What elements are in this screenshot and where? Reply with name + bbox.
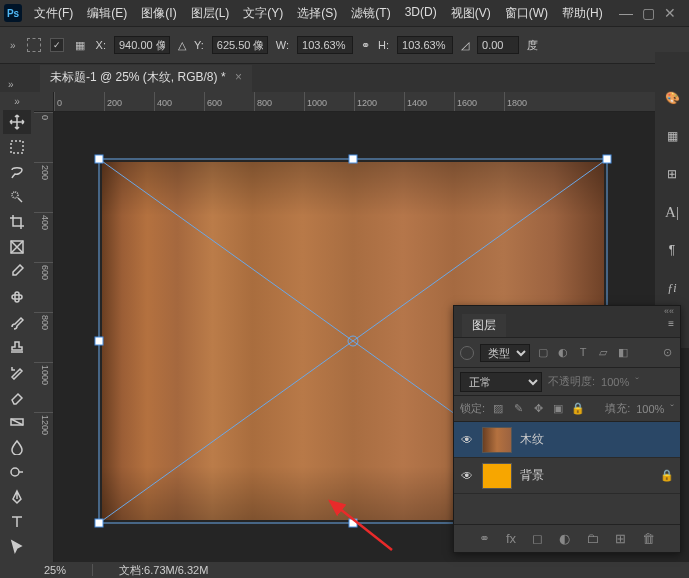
- h-label: H:: [378, 39, 389, 51]
- pen-tool[interactable]: [3, 485, 31, 509]
- eraser-tool[interactable]: [3, 385, 31, 409]
- filter-type-icon[interactable]: T: [576, 346, 590, 360]
- constrain-checkbox[interactable]: ✓: [50, 38, 64, 52]
- lock-artboard-icon[interactable]: ▣: [551, 402, 565, 415]
- layer-thumbnail[interactable]: [482, 427, 512, 453]
- menu-help[interactable]: 帮助(H): [556, 2, 609, 25]
- eyedropper-tool[interactable]: [3, 260, 31, 284]
- healing-tool[interactable]: [3, 285, 31, 309]
- close-icon[interactable]: ✕: [663, 5, 677, 21]
- link-icon[interactable]: ⚭: [361, 39, 370, 52]
- blur-tool[interactable]: [3, 435, 31, 459]
- menu-3d[interactable]: 3D(D): [399, 2, 443, 25]
- layer-style-icon[interactable]: fx: [506, 531, 516, 546]
- quick-select-tool[interactable]: [3, 185, 31, 209]
- lock-icon[interactable]: 🔒: [660, 469, 674, 482]
- history-brush-tool[interactable]: [3, 360, 31, 384]
- filter-shape-icon[interactable]: ▱: [596, 346, 610, 360]
- filter-toggle-icon[interactable]: ⊙: [660, 346, 674, 360]
- filter-search-icon[interactable]: [460, 346, 474, 360]
- transform-anchor-icon[interactable]: [26, 37, 42, 53]
- lasso-tool[interactable]: [3, 160, 31, 184]
- adjustment-layer-icon[interactable]: ◐: [559, 531, 570, 546]
- frame-tool[interactable]: [3, 235, 31, 259]
- angle-input[interactable]: [477, 36, 519, 54]
- reference-point-icon[interactable]: ▦: [72, 37, 88, 53]
- delete-layer-icon[interactable]: 🗑: [642, 531, 655, 546]
- opacity-value[interactable]: 100%: [601, 376, 629, 388]
- move-tool[interactable]: [3, 110, 31, 134]
- doc-size[interactable]: 文档:6.73M/6.32M: [119, 563, 208, 578]
- group-icon[interactable]: 🗀: [586, 531, 599, 546]
- layer-row-background[interactable]: 👁 背景 🔒: [454, 458, 680, 494]
- type-tool[interactable]: [3, 510, 31, 534]
- status-bar: 25% 文档:6.73M/6.32M: [34, 562, 689, 578]
- svg-rect-17: [349, 519, 357, 527]
- menu-edit[interactable]: 编辑(E): [81, 2, 133, 25]
- layer-row-wood[interactable]: 👁 木纹: [454, 422, 680, 458]
- character-icon[interactable]: A|: [662, 202, 682, 222]
- color-icon[interactable]: 🎨: [662, 88, 682, 108]
- panel-collapse-icon[interactable]: ««: [454, 306, 680, 314]
- svg-rect-3: [12, 295, 22, 299]
- menu-type[interactable]: 文字(Y): [237, 2, 289, 25]
- link-layers-icon[interactable]: ⚭: [479, 531, 490, 546]
- menu-window[interactable]: 窗口(W): [499, 2, 554, 25]
- glyphs-icon[interactable]: ƒi: [662, 278, 682, 298]
- lock-pixels-icon[interactable]: ▨: [491, 402, 505, 415]
- blend-mode-select[interactable]: 正常: [460, 372, 542, 392]
- document-tab[interactable]: 未标题-1 @ 25% (木纹, RGB/8) * ×: [40, 65, 252, 92]
- filter-smart-icon[interactable]: ◧: [616, 346, 630, 360]
- x-input[interactable]: [114, 36, 170, 54]
- layers-tab[interactable]: 图层: [462, 314, 506, 337]
- lock-brush-icon[interactable]: ✎: [511, 402, 525, 415]
- menu-view[interactable]: 视图(V): [445, 2, 497, 25]
- stamp-tool[interactable]: [3, 335, 31, 359]
- layer-thumbnail[interactable]: [482, 463, 512, 489]
- tab-close-icon[interactable]: ×: [235, 70, 242, 84]
- y-input[interactable]: [212, 36, 268, 54]
- layer-name[interactable]: 背景: [520, 467, 544, 484]
- panel-menu-icon[interactable]: ≡: [668, 318, 674, 329]
- path-select-tool[interactable]: [3, 535, 31, 559]
- menu-layer[interactable]: 图层(L): [185, 2, 236, 25]
- filter-type-select[interactable]: 类型: [480, 344, 530, 362]
- visibility-icon[interactable]: 👁: [460, 469, 474, 483]
- menu-select[interactable]: 选择(S): [291, 2, 343, 25]
- marquee-tool[interactable]: [3, 135, 31, 159]
- layer-mask-icon[interactable]: ◻: [532, 531, 543, 546]
- new-layer-icon[interactable]: ⊞: [615, 531, 626, 546]
- opacity-chevron-icon[interactable]: ˇ: [635, 376, 639, 388]
- toolbox-expand-icon[interactable]: »: [12, 94, 22, 109]
- svg-rect-16: [95, 519, 103, 527]
- dodge-tool[interactable]: [3, 460, 31, 484]
- maximize-icon[interactable]: ▢: [641, 5, 655, 21]
- h-input[interactable]: [397, 36, 453, 54]
- paragraph-icon[interactable]: ¶: [662, 240, 682, 260]
- zoom-level[interactable]: 25%: [44, 564, 66, 576]
- options-expand-icon[interactable]: »: [8, 38, 18, 53]
- menu-file[interactable]: 文件(F): [28, 2, 79, 25]
- filter-adjust-icon[interactable]: ◐: [556, 346, 570, 360]
- minimize-icon[interactable]: ―: [619, 5, 633, 21]
- visibility-icon[interactable]: 👁: [460, 433, 474, 447]
- lock-all-icon[interactable]: 🔒: [571, 402, 585, 415]
- ruler-horizontal[interactable]: 020040060080010001200140016001800: [54, 92, 689, 112]
- w-label: W:: [276, 39, 289, 51]
- fill-value[interactable]: 100%: [636, 403, 664, 415]
- menu-filter[interactable]: 滤镜(T): [345, 2, 396, 25]
- brush-tool[interactable]: [3, 310, 31, 334]
- menu-image[interactable]: 图像(I): [135, 2, 182, 25]
- filter-pixel-icon[interactable]: ▢: [536, 346, 550, 360]
- fill-chevron-icon[interactable]: ˇ: [670, 403, 674, 415]
- libraries-icon[interactable]: ⊞: [662, 164, 682, 184]
- delta-icon[interactable]: △: [178, 39, 186, 52]
- tabbar-expand-icon[interactable]: »: [6, 77, 16, 92]
- w-input[interactable]: [297, 36, 353, 54]
- ruler-vertical[interactable]: 020040060080010001200: [34, 112, 54, 562]
- gradient-tool[interactable]: [3, 410, 31, 434]
- crop-tool[interactable]: [3, 210, 31, 234]
- lock-position-icon[interactable]: ✥: [531, 402, 545, 415]
- swatches-icon[interactable]: ▦: [662, 126, 682, 146]
- layer-name[interactable]: 木纹: [520, 431, 544, 448]
